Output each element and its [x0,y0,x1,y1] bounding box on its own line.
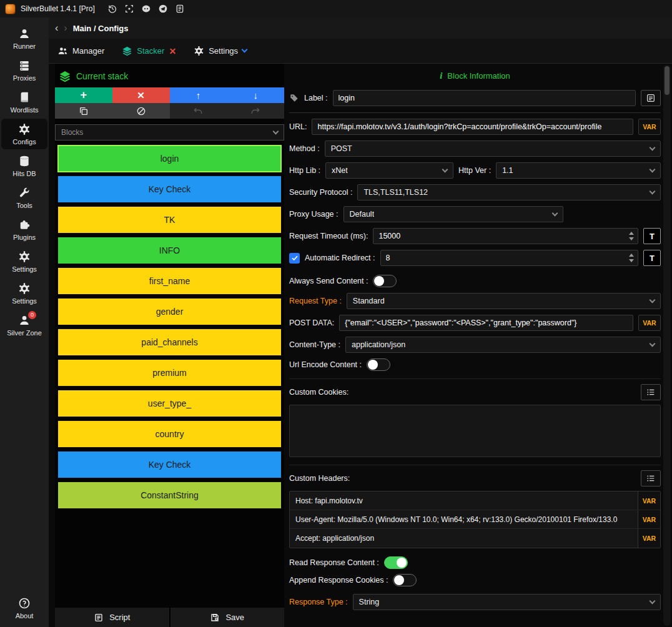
read-response-content-toggle[interactable] [384,556,408,569]
capture-icon[interactable] [124,4,134,14]
title-bar: SilverBullet 1.4.1 [Pro] [0,0,672,17]
header-row-text[interactable]: User-Agent: Mozilla/5.0 (Windows NT 10.0… [290,510,638,528]
http-ver-dropdown[interactable]: 1.1 [496,162,661,179]
telegram-icon[interactable] [158,4,168,14]
stack-block[interactable]: Key Check [57,175,282,203]
history-icon[interactable] [107,4,117,14]
chevron-down-icon[interactable] [242,47,248,53]
number-stepper-icon[interactable] [629,254,634,262]
content-type-dropdown[interactable]: application/json [345,337,661,353]
notes-icon[interactable] [175,4,185,14]
disable-block-button[interactable] [112,103,170,119]
script-button[interactable]: Script [55,608,169,627]
stack-block[interactable]: country [57,420,282,448]
sidebar-item-tools[interactable]: Tools [1,182,47,213]
stack-block[interactable]: ConstantString [57,481,282,509]
custom-cookies-label: Custom Cookies: [289,388,348,397]
label-input[interactable] [333,90,636,106]
automatic-redirect-checkbox[interactable] [289,253,300,264]
stack-block[interactable]: TK [57,206,282,234]
chevron-down-icon [273,128,279,134]
stack-block[interactable]: login [57,145,282,172]
request-type-value: Standard [353,297,385,305]
append-response-cookies-toggle[interactable] [393,574,417,586]
header-var-button[interactable]: VAR [638,491,660,510]
number-stepper-icon[interactable] [629,232,634,240]
custom-cookies-list-button[interactable] [641,384,661,400]
custom-headers-list-button[interactable] [641,470,661,486]
move-up-button[interactable]: ↑ [170,87,227,103]
vertical-scrollbar[interactable] [663,65,671,626]
remove-block-button[interactable]: ✕ [112,87,170,103]
custom-cookies-textarea[interactable] [289,405,661,457]
stack-block[interactable]: user_type_ [57,390,282,417]
stack-block-label: TK [164,215,175,225]
request-type-label: Request Type : [289,297,342,305]
post-data-var-button[interactable]: VAR [638,315,661,331]
scrollbar-thumb[interactable] [665,66,670,95]
stack-block-label: paid_channels [141,337,197,347]
timeout-type-button[interactable]: T [643,228,661,244]
security-protocol-dropdown[interactable]: TLS,TLS11,TLS12 [357,184,661,200]
blocks-dropdown[interactable]: Blocks [55,124,284,141]
proxy-usage-dropdown[interactable]: Default [343,206,563,222]
nav-forward-icon[interactable]: › [64,23,67,33]
stack-block[interactable]: INFO [57,237,282,264]
redirect-type-button[interactable]: T [643,250,661,266]
nav-back-icon[interactable]: ‹ [55,23,58,33]
sidebar-item-plugins[interactable]: Plugins [1,214,47,245]
header-var-button[interactable]: VAR [638,510,660,528]
sidebar-item-configs[interactable]: Configs [1,119,47,149]
undo-icon [193,106,203,116]
url-encode-content-toggle[interactable] [367,358,390,371]
script-icon [94,613,104,623]
sidebar-item-settings-core[interactable]: Settings [1,278,47,309]
always-send-content-toggle[interactable] [373,275,397,287]
http-lib-dropdown[interactable]: xNet [325,162,453,179]
sidebar-item-hits-db[interactable]: Hits DB [1,151,47,181]
sidebar-item-wordlists[interactable]: Wordlists [1,87,47,117]
save-button[interactable]: Save [170,608,285,627]
tab-stacker[interactable]: Stacker ✕ [122,46,176,56]
discord-icon[interactable] [141,4,151,14]
stack-block[interactable]: gender [57,298,282,325]
custom-headers-box: Host: fapi.molotov.tv VAR User-Agent: Mo… [289,491,661,548]
app-logo-icon [5,4,16,14]
method-dropdown[interactable]: POST [325,141,661,157]
undo-button[interactable] [170,103,227,119]
header-row-text[interactable]: Host: fapi.molotov.tv [290,491,638,510]
url-input[interactable] [312,119,633,135]
sidebar-item-about[interactable]: About [1,593,47,623]
runner-icon [18,27,31,40]
stack-block[interactable]: Key Check [57,451,282,478]
custom-headers-label: Custom Headers: [289,474,350,483]
tab-settings[interactable]: Settings [194,46,247,56]
label-field-label: Label : [304,94,328,102]
stack-block-label: user_type_ [148,398,191,408]
stack-block[interactable]: paid_channels [57,328,282,356]
request-type-dropdown[interactable]: Standard [347,293,661,309]
move-down-button[interactable]: ↓ [227,87,284,103]
sidebar-item-settings-sb[interactable]: Settings [1,246,47,277]
stack-block[interactable]: first_name [57,267,282,295]
post-data-input[interactable] [339,315,633,331]
response-type-dropdown[interactable]: String [353,594,661,610]
label-notes-button[interactable] [641,90,661,106]
sidebar-item-runner[interactable]: Runner [1,23,47,54]
add-block-button[interactable]: + [55,87,112,103]
url-var-button[interactable]: VAR [638,119,661,135]
header-var-button[interactable]: VAR [638,529,660,548]
stack-block[interactable]: premium [57,359,282,387]
stacker-icon [122,46,132,56]
append-response-cookies-label: Append Response Cookies : [289,576,388,585]
request-timeout-input[interactable] [373,228,638,244]
sidebar-item-proxies[interactable]: Proxies [1,55,47,86]
tab-close-icon[interactable]: ✕ [169,47,176,56]
sidebar-item-silver-zone[interactable]: 0 Silver Zone [1,310,47,340]
header-row-text[interactable]: Accept: application/json [290,529,638,548]
redo-button[interactable] [227,103,284,119]
automatic-redirect-input[interactable] [380,250,638,266]
duplicate-block-button[interactable] [55,103,112,119]
tab-manager[interactable]: Manager [57,46,104,56]
settings-core-gear-icon [18,282,31,295]
